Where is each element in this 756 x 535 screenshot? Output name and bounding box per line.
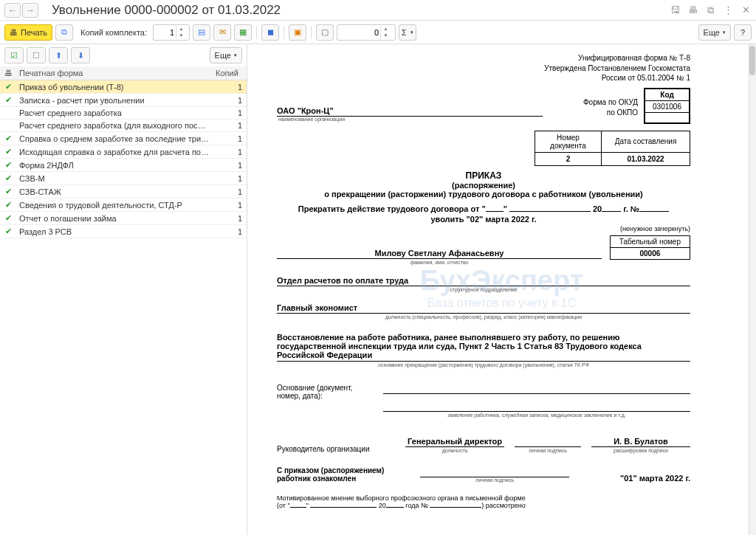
tb-btn-3[interactable]: ▦ — [234, 24, 252, 41]
table-row[interactable]: Расчет среднего заработка1 — [0, 107, 247, 120]
separator — [311, 26, 312, 39]
row-check[interactable]: ✔ — [0, 80, 16, 93]
tb-btn-6[interactable]: ▢ — [316, 24, 334, 41]
head-name: И. В. Булатов — [591, 437, 690, 447]
mail-icon: ✉ — [219, 27, 226, 37]
row-check[interactable]: ✔ — [0, 94, 16, 106]
table-row[interactable]: ✔Записка - расчет при увольнении1 — [0, 94, 247, 107]
row-check[interactable]: ✔ — [0, 132, 16, 145]
row-check[interactable]: ✔ — [0, 172, 16, 184]
attach-icon[interactable]: ⧉ — [704, 4, 716, 16]
tabno-header: Табельный номер — [610, 235, 690, 247]
row-name: Исходящая справка о заработке для расчет… — [16, 146, 213, 158]
copies-input[interactable] — [154, 27, 176, 38]
lt-btn-up[interactable]: ⬆ — [49, 47, 68, 63]
more-button[interactable]: Еще ▾ — [698, 24, 731, 41]
tb-btn-1[interactable]: ▤ — [193, 24, 210, 41]
save-icon[interactable]: 🖫 — [669, 4, 681, 16]
nav-forward-button[interactable]: → — [22, 3, 38, 18]
lt-more-label: Еще — [215, 51, 231, 60]
table-row[interactable]: ✔Сведения о трудовой деятельности, СТД-Р… — [0, 199, 247, 212]
help-button[interactable]: ? — [734, 24, 752, 41]
copies-button[interactable]: ⧉ — [55, 24, 73, 41]
row-check[interactable]: ✔ — [0, 185, 16, 198]
lt-btn-down[interactable]: ⬇ — [71, 47, 90, 63]
basis-row: Основание (документ, номер, дата): — [277, 384, 690, 412]
table-row[interactable]: ✔Раздел 3 РСВ1 — [0, 225, 247, 238]
forms-header: 🖶 Печатная форма Копий — [0, 66, 247, 80]
form-header-l2: Утверждена Постановлением Госкомстата — [513, 63, 690, 74]
scrollbar-thumb[interactable] — [749, 46, 755, 75]
row-name: Раздел 3 РСВ — [16, 226, 213, 238]
row-count: 1 — [213, 120, 247, 131]
reason-sub: основание прекращения (расторжения) труд… — [277, 362, 690, 367]
header-count[interactable]: Копий — [213, 66, 247, 80]
row-check[interactable]: ✔ — [0, 159, 16, 171]
org-name: ОАО "Крон-Ц" — [277, 106, 543, 117]
row-count: 1 — [213, 133, 247, 145]
nav-back-button[interactable]: ← — [4, 3, 21, 18]
row-check[interactable] — [0, 111, 16, 114]
ack-date: "01" марта 2022 г. — [580, 474, 690, 483]
lt-btn-2[interactable]: ☐ — [27, 47, 46, 63]
box-icon: ▢ — [321, 27, 329, 37]
disk-icon: ◼ — [267, 27, 274, 37]
table-row[interactable]: ✔СЗВ-СТАЖ1 — [0, 185, 247, 199]
copies-spinner[interactable]: ▲▼ — [153, 24, 190, 41]
left-pane: ☑ ☐ ⬆ ⬇ Еще ▾ 🖶 Печатная форма Копий ✔Пр… — [0, 44, 247, 535]
scrollbar[interactable] — [749, 44, 756, 535]
docno-value: 2 — [535, 152, 602, 165]
table-row[interactable]: ✔Справка о среднем заработке за последни… — [0, 132, 247, 145]
form-header-l1: Унифицированная форма № Т-8 — [513, 53, 690, 63]
lt-btn-1[interactable]: ☑ — [4, 47, 24, 63]
header-check-icon[interactable]: 🖶 — [0, 66, 16, 80]
row-check[interactable] — [0, 124, 16, 127]
close-icon[interactable]: ✕ — [740, 4, 752, 16]
tb-btn-5[interactable]: ▣ — [289, 24, 306, 41]
table-row[interactable]: ✔Отчет о погашении займа1 — [0, 212, 247, 225]
zero-spinner[interactable]: ▲▼ — [337, 24, 396, 41]
row-name: Расчет среднего заработка (для выходного… — [16, 120, 213, 131]
grid-icon: ▦ — [239, 27, 247, 37]
row-count: 1 — [213, 146, 247, 158]
sig-sub-sign: личная подпись — [515, 448, 581, 453]
row-count: 1 — [213, 186, 247, 198]
fio: Милову Светлану Афанасьевну — [277, 248, 602, 259]
lt-more-button[interactable]: Еще ▾ — [210, 47, 242, 63]
dismiss-line: уволить "02" марта 2022 г. — [277, 215, 690, 224]
row-check[interactable]: ✔ — [0, 199, 16, 211]
fio-sub: фамилия, имя, отчество — [277, 260, 602, 265]
row-check[interactable]: ✔ — [0, 145, 16, 158]
sigma-button[interactable]: Σ▾ — [399, 24, 416, 41]
table-row[interactable]: ✔Приказ об увольнении (Т-8)1 — [0, 80, 247, 94]
menu-icon[interactable]: ⋮ — [722, 4, 734, 16]
tb-btn-4[interactable]: ◼ — [261, 24, 279, 41]
row-count: 1 — [213, 94, 247, 106]
tabno-table: Табельный номер 00006 — [610, 235, 690, 260]
row-name: Форма 2НДФЛ — [16, 159, 213, 171]
table-row[interactable]: ✔СЗВ-М1 — [0, 172, 247, 185]
tabno-value: 00006 — [610, 247, 690, 259]
copies-icon: ⧉ — [61, 27, 67, 37]
header-name[interactable]: Печатная форма — [16, 66, 213, 80]
row-check[interactable]: ✔ — [0, 225, 16, 238]
row-count: 1 — [213, 226, 247, 238]
row-name: Отчет о погашении займа — [16, 213, 213, 224]
titlebar: ← → Увольнение 0000-000002 от 01.03.2022… — [0, 0, 756, 21]
org-sub: наименование организации — [278, 117, 690, 122]
tb-btn-2[interactable]: ✉ — [213, 24, 231, 41]
row-count: 1 — [213, 159, 247, 171]
print-icon[interactable]: 🖶 — [687, 4, 698, 16]
row-name: СЗВ-СТАЖ — [16, 186, 213, 198]
zero-input[interactable] — [337, 27, 380, 38]
table-row[interactable]: ✔Форма 2НДФЛ1 — [0, 159, 247, 172]
table-row[interactable]: ✔Исходящая справка о заработке для расче… — [0, 145, 247, 159]
order-title: ПРИКАЗ — [277, 170, 690, 181]
dept-sub: структурное подразделение — [277, 287, 690, 292]
row-check[interactable]: ✔ — [0, 212, 16, 224]
document: Унифицированная форма № Т-8 Утверждена П… — [247, 44, 720, 524]
row-count: 1 — [213, 107, 247, 119]
sigma-icon: Σ — [402, 28, 407, 37]
print-button[interactable]: 🖶 Печать — [4, 24, 52, 41]
table-row[interactable]: Расчет среднего заработка (для выходного… — [0, 120, 247, 132]
